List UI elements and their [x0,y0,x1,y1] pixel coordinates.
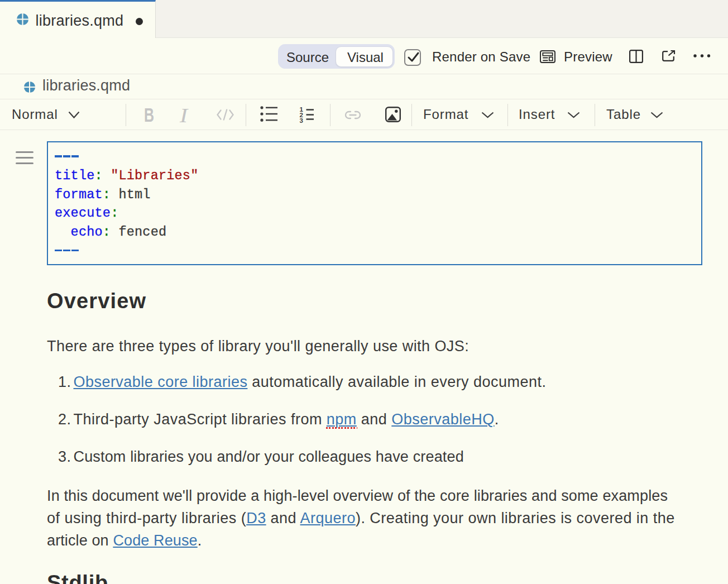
svg-text:3: 3 [300,117,303,124]
